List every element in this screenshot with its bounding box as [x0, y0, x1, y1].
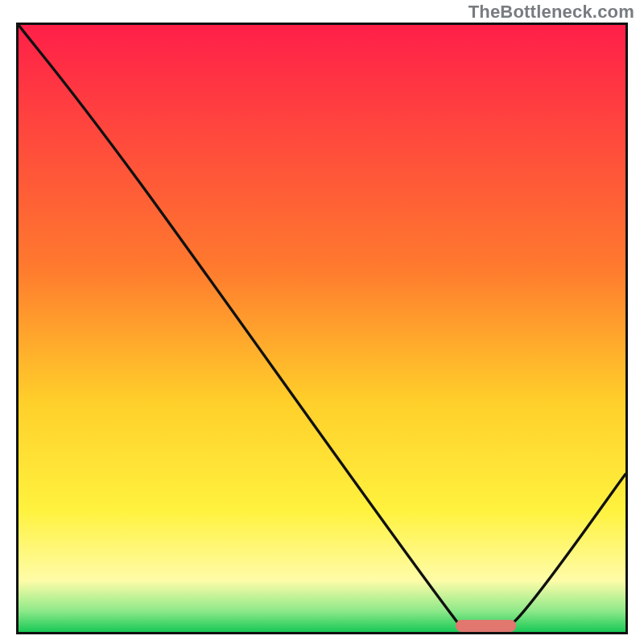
plot-frame — [16, 23, 628, 634]
optimal-range-marker — [19, 25, 625, 632]
svg-rect-1 — [456, 620, 516, 632]
chart-container: TheBottleneck.com — [0, 0, 644, 644]
watermark-text: TheBottleneck.com — [469, 2, 634, 23]
